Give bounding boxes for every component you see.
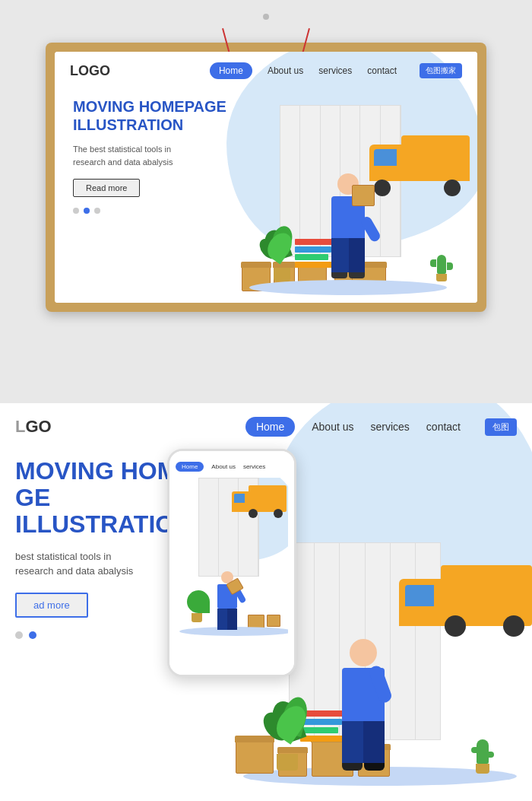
bottom-dot-2[interactable] [29, 631, 36, 639]
poster-hero: MOVING HOMEPAGE ILLUSTRATION The best st… [55, 90, 477, 221]
frame-inner: LOGO Home About us services contact 包图搬家… [55, 52, 477, 303]
bottom-read-more-button[interactable]: ad more [15, 593, 88, 618]
dot-1[interactable] [73, 208, 79, 214]
nav-home[interactable]: Home [210, 62, 252, 79]
hero-subtitle: The best statistical tools inresearch an… [73, 143, 459, 168]
phone-nav-about: About us [211, 463, 236, 470]
bottom-nav-items: Home About us services contact 包图 [245, 417, 517, 437]
poster-nav: LOGO Home About us services contact 包图搬家 [55, 52, 477, 90]
bottom-nav-badge: 包图 [485, 418, 517, 436]
bottom-nav-contact[interactable]: contact [426, 421, 461, 433]
poster-content: LOGO Home About us services contact 包图搬家… [55, 52, 477, 303]
hero-title: MOVING HOMEPAGE ILLUSTRATION [73, 97, 459, 134]
read-more-button[interactable]: Read more [73, 179, 140, 197]
plant [268, 226, 296, 281]
person-pants [331, 238, 365, 272]
bottom-dot-1[interactable] [15, 631, 23, 639]
framed-poster: LOGO Home About us services contact 包图搬家… [46, 14, 486, 312]
nav-logo: LOGO [70, 63, 110, 79]
nav-items: Home About us services contact 包图搬家 [210, 62, 462, 79]
cactus [436, 255, 447, 281]
phone-nav: Home About us services [176, 462, 288, 472]
dot-3[interactable] [94, 208, 100, 214]
dot-2[interactable] [84, 208, 90, 214]
bottom-logo: LGO [15, 417, 52, 437]
nav-about[interactable]: About us [268, 65, 303, 76]
nav-services[interactable]: services [318, 65, 352, 76]
wooden-frame: LOGO Home About us services contact 包图搬家… [46, 43, 486, 312]
nav-contact[interactable]: contact [367, 65, 397, 76]
bottom-nav-home[interactable]: Home [245, 417, 295, 437]
bottom-nav-about[interactable]: About us [312, 421, 353, 433]
bottom-nav: LGO Home About us services contact 包图 [0, 403, 532, 450]
slide-dots [73, 208, 459, 214]
hanger-pin [263, 14, 269, 20]
bottom-section: LGO Home About us services contact 包图 MO… [0, 403, 532, 801]
person-shoes [331, 272, 365, 278]
phone-screen: Home About us services [169, 451, 294, 675]
floor-ellipse [249, 280, 447, 295]
hanger [46, 14, 486, 43]
phone-nav-services: services [243, 463, 265, 470]
nav-badge: 包图搬家 [420, 63, 462, 78]
phone-nav-active: Home [176, 462, 204, 472]
phone-mockup: Home About us services [167, 449, 296, 677]
bottom-nav-services[interactable]: services [371, 421, 410, 433]
